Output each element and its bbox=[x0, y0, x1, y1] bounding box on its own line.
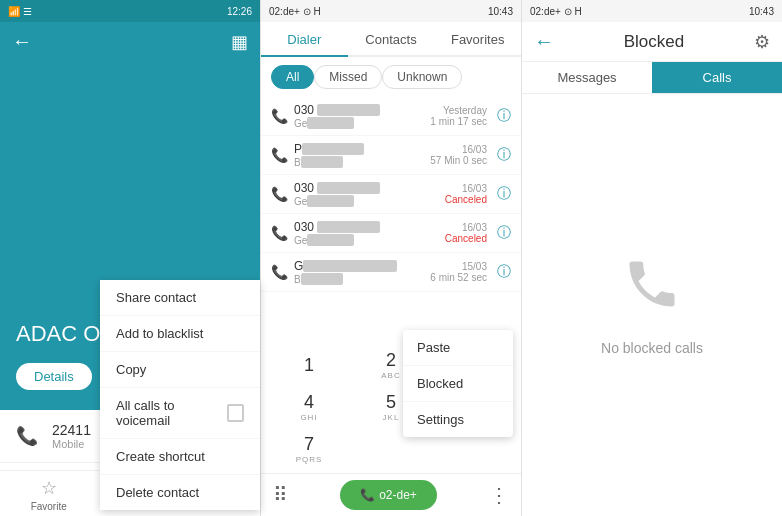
dialer-panel: 02:de+ ⊙ H 10:43 Dialer Contacts Favorit… bbox=[260, 0, 522, 516]
info-btn-3[interactable]: ⓘ bbox=[497, 185, 511, 203]
settings-icon[interactable]: ⚙ bbox=[754, 31, 770, 53]
dialpad-toggle[interactable]: ⠿ bbox=[273, 483, 288, 507]
call-item-4: 📞 030 ████████ Ge██████ 16/03 Canceled ⓘ bbox=[261, 214, 521, 253]
dialer-main-tabs: Dialer Contacts Favorites bbox=[261, 22, 521, 57]
dialpad-key-7[interactable]: 7 PQRS bbox=[269, 429, 349, 469]
tab-details[interactable]: Details bbox=[16, 363, 92, 390]
dropdown-paste[interactable]: Paste bbox=[403, 330, 513, 366]
call-item-2: 📞 P████████ B██ ███ 16/03 57 Min 0 sec ⓘ bbox=[261, 136, 521, 175]
blocked-tabs: Messages Calls bbox=[522, 62, 782, 94]
call-status-3: Canceled bbox=[445, 194, 487, 205]
no-blocked-label: No blocked calls bbox=[601, 340, 703, 356]
menu-share-contact[interactable]: Share contact bbox=[100, 280, 260, 316]
status-time-3: 10:43 bbox=[749, 6, 774, 17]
call-icon-2: 📞 bbox=[271, 147, 288, 163]
call-number-4: 030 ████████ bbox=[294, 220, 439, 234]
qr-icon[interactable]: ▦ bbox=[231, 31, 248, 53]
blocked-panel: 02:de+ ⊙ H 10:43 ← Blocked ⚙ Messages Ca… bbox=[522, 0, 782, 516]
dialpad-key-4[interactable]: 4 GHI bbox=[269, 387, 349, 427]
info-btn-2[interactable]: ⓘ bbox=[497, 146, 511, 164]
call-log-list: 📞 030 ████████ Ge██████ Yesterday 1 min … bbox=[261, 97, 521, 341]
blocked-tab-calls[interactable]: Calls bbox=[652, 62, 782, 93]
call-item-1: 📞 030 ████████ Ge██████ Yesterday 1 min … bbox=[261, 97, 521, 136]
call-meta-5: 15/03 6 min 52 sec bbox=[430, 261, 487, 283]
dropdown-menu: Paste Blocked Settings bbox=[403, 330, 513, 437]
call-item-3: 📞 030 ████████ Ge██████ 16/03 Canceled ⓘ bbox=[261, 175, 521, 214]
call-meta-2: 16/03 57 Min 0 sec bbox=[430, 144, 487, 166]
call-sub-1: Ge██████ bbox=[294, 117, 424, 129]
call-button[interactable]: 📞 o2-de+ bbox=[340, 480, 437, 510]
call-number-2: P████████ bbox=[294, 142, 424, 156]
call-item-5: 📞 G████████████ B██ ███ 15/03 6 min 52 s… bbox=[261, 253, 521, 292]
tab-dialer[interactable]: Dialer bbox=[261, 22, 348, 55]
dialpad-key-1[interactable]: 1 bbox=[269, 345, 349, 385]
call-filter-row: All Missed Unknown bbox=[261, 57, 521, 97]
phone-icon: 📞 bbox=[16, 425, 38, 447]
contact-panel: 📶 ☰ 12:26 ← ▦ ADAC Operator Details Call… bbox=[0, 0, 260, 516]
call-meta-1: Yesterday 1 min 17 sec bbox=[430, 105, 487, 127]
voicemail-checkbox[interactable] bbox=[227, 404, 244, 422]
call-icon-1: 📞 bbox=[271, 108, 288, 124]
dropdown-blocked[interactable]: Blocked bbox=[403, 366, 513, 402]
more-options-btn[interactable]: ⋮ bbox=[489, 483, 509, 507]
menu-copy[interactable]: Copy bbox=[100, 352, 260, 388]
call-phone-icon: 📞 bbox=[360, 488, 375, 502]
star-icon: ☆ bbox=[41, 477, 57, 499]
call-sub-3: Ge██████ bbox=[294, 195, 439, 207]
menu-delete[interactable]: Delete contact bbox=[100, 475, 260, 510]
status-bar-2: 02:de+ ⊙ H 10:43 bbox=[261, 0, 521, 22]
menu-voicemail[interactable]: All calls to voicemail bbox=[100, 388, 260, 439]
call-sub-4: Ge██████ bbox=[294, 234, 439, 246]
phone-text: 22411 Mobile bbox=[52, 422, 91, 450]
filter-all[interactable]: All bbox=[271, 65, 314, 89]
call-sub-2: B██ ███ bbox=[294, 156, 424, 168]
call-number-5: G████████████ bbox=[294, 259, 424, 273]
info-btn-5[interactable]: ⓘ bbox=[497, 263, 511, 281]
call-status-4: Canceled bbox=[445, 233, 487, 244]
status-left-2: 02:de+ ⊙ H bbox=[269, 6, 321, 17]
context-menu: Share contact Add to blacklist Copy All … bbox=[100, 280, 260, 510]
dropdown-settings[interactable]: Settings bbox=[403, 402, 513, 437]
status-time-1: 12:26 bbox=[227, 6, 252, 17]
menu-add-blacklist[interactable]: Add to blacklist bbox=[100, 316, 260, 352]
blocked-title: Blocked bbox=[624, 32, 684, 52]
contact-header: ← ▦ bbox=[0, 22, 260, 61]
blocked-back-btn[interactable]: ← bbox=[534, 30, 554, 53]
nav-favorite[interactable]: ☆ Favorite bbox=[31, 477, 67, 512]
empty-phone-icon bbox=[622, 254, 682, 328]
call-details-4: 030 ████████ Ge██████ bbox=[294, 220, 439, 246]
back-button[interactable]: ← bbox=[12, 30, 32, 53]
status-bar-1: 📶 ☰ 12:26 bbox=[0, 0, 260, 22]
filter-missed[interactable]: Missed bbox=[314, 65, 382, 89]
tab-favorites[interactable]: Favorites bbox=[434, 22, 521, 55]
status-left-3: 02:de+ ⊙ H bbox=[530, 6, 582, 17]
call-details-3: 030 ████████ Ge██████ bbox=[294, 181, 439, 207]
blocked-tab-messages[interactable]: Messages bbox=[522, 62, 652, 93]
phone-label: Mobile bbox=[52, 438, 91, 450]
phone-value: 22411 bbox=[52, 422, 91, 438]
call-number-3: 030 ████████ bbox=[294, 181, 439, 195]
menu-shortcut[interactable]: Create shortcut bbox=[100, 439, 260, 475]
call-icon-4: 📞 bbox=[271, 225, 288, 241]
call-number-1: 030 ████████ bbox=[294, 103, 424, 117]
call-icon-5: 📞 bbox=[271, 264, 288, 280]
call-details-5: G████████████ B██ ███ bbox=[294, 259, 424, 285]
call-duration-2: 57 Min 0 sec bbox=[430, 155, 487, 166]
call-sub-5: B██ ███ bbox=[294, 273, 424, 285]
status-left-icons: 📶 ☰ bbox=[8, 6, 32, 17]
status-bar-3: 02:de+ ⊙ H 10:43 bbox=[522, 0, 782, 22]
call-meta-4: 16/03 Canceled bbox=[445, 222, 487, 244]
tab-contacts[interactable]: Contacts bbox=[348, 22, 435, 55]
info-btn-4[interactable]: ⓘ bbox=[497, 224, 511, 242]
dialer-bottom-bar: ⠿ 📞 o2-de+ ⋮ bbox=[261, 473, 521, 516]
blocked-header: ← Blocked ⚙ bbox=[522, 22, 782, 62]
blocked-content: No blocked calls bbox=[522, 94, 782, 516]
call-details-2: P████████ B██ ███ bbox=[294, 142, 424, 168]
status-time-2: 10:43 bbox=[488, 6, 513, 17]
call-meta-3: 16/03 Canceled bbox=[445, 183, 487, 205]
call-icon-3: 📞 bbox=[271, 186, 288, 202]
filter-unknown[interactable]: Unknown bbox=[382, 65, 462, 89]
call-details-1: 030 ████████ Ge██████ bbox=[294, 103, 424, 129]
info-btn-1[interactable]: ⓘ bbox=[497, 107, 511, 125]
call-button-label: o2-de+ bbox=[379, 488, 417, 502]
